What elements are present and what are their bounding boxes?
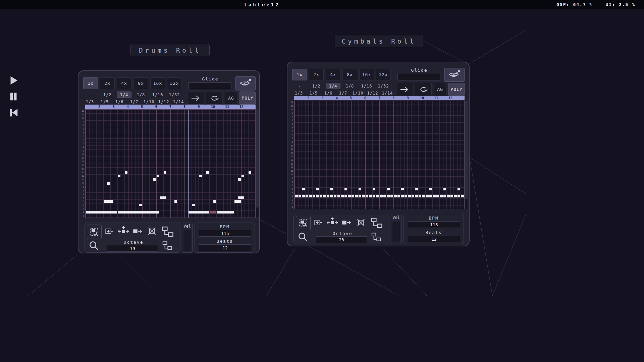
note-grid[interactable] bbox=[85, 109, 256, 218]
velocity-slider[interactable]: Vel bbox=[182, 223, 193, 253]
division-button-1/16[interactable]: 1/16 bbox=[359, 83, 374, 89]
note[interactable] bbox=[454, 195, 457, 198]
note[interactable] bbox=[107, 182, 110, 185]
note[interactable] bbox=[348, 195, 351, 198]
division-button-1/12[interactable]: 1/12 bbox=[157, 99, 170, 105]
note[interactable] bbox=[405, 195, 408, 198]
note[interactable] bbox=[436, 195, 439, 198]
drums-roll-title[interactable]: Drums Roll bbox=[130, 44, 210, 56]
note[interactable] bbox=[429, 195, 432, 198]
speed-button-1x[interactable]: 1x bbox=[83, 77, 98, 89]
velocity-slider[interactable]: Vel bbox=[391, 214, 401, 244]
speed-button-1x[interactable]: 1x bbox=[292, 69, 307, 80]
note[interactable] bbox=[189, 211, 209, 214]
route-secondary-button[interactable] bbox=[370, 232, 382, 242]
note[interactable] bbox=[199, 175, 202, 178]
division-button-1/16[interactable]: 1/16 bbox=[150, 92, 165, 98]
note[interactable] bbox=[447, 195, 450, 198]
beats-input[interactable]: 12 bbox=[408, 236, 460, 242]
note[interactable] bbox=[461, 195, 464, 198]
note[interactable] bbox=[397, 195, 400, 198]
note[interactable] bbox=[359, 195, 362, 198]
division-button-1/4[interactable]: 1/4 bbox=[326, 83, 340, 89]
drum-sound-button[interactable] bbox=[444, 68, 465, 82]
poly-button[interactable]: POLY bbox=[239, 92, 256, 105]
route-button[interactable] bbox=[370, 216, 383, 230]
octave-input[interactable]: 23 bbox=[316, 236, 367, 243]
delete-note-button[interactable] bbox=[147, 227, 157, 236]
division-button-1/8[interactable]: 1/8 bbox=[133, 92, 148, 98]
note[interactable] bbox=[309, 195, 312, 198]
beat-timeline[interactable]: 23456789101112 bbox=[85, 105, 256, 109]
pause-button[interactable] bbox=[5, 89, 22, 104]
note[interactable] bbox=[238, 178, 241, 181]
ag-button[interactable]: AG bbox=[225, 92, 237, 105]
division-button-1/7[interactable]: 1/7 bbox=[336, 90, 350, 96]
note[interactable] bbox=[433, 195, 436, 198]
speed-button-32x[interactable]: 32x bbox=[376, 69, 391, 80]
add-note-button[interactable] bbox=[313, 218, 323, 227]
speed-button-4x[interactable]: 4x bbox=[326, 69, 340, 80]
division-button-1/4[interactable]: 1/4 bbox=[117, 92, 131, 98]
division-button-1/8[interactable]: 1/8 bbox=[342, 83, 357, 89]
route-button[interactable] bbox=[161, 225, 174, 238]
note[interactable] bbox=[344, 188, 347, 190]
speed-button-2x[interactable]: 2x bbox=[100, 77, 115, 89]
division-button--[interactable]: - bbox=[83, 92, 98, 98]
division-button-1/3[interactable]: 1/3 bbox=[83, 99, 97, 105]
speed-button-8x[interactable]: 8x bbox=[133, 77, 148, 89]
note[interactable] bbox=[213, 200, 216, 203]
scrollbar-thumb[interactable] bbox=[465, 199, 468, 209]
note[interactable] bbox=[458, 188, 461, 190]
velocity-track[interactable] bbox=[392, 222, 400, 242]
note-grid[interactable] bbox=[294, 101, 465, 209]
note[interactable] bbox=[210, 211, 216, 214]
note[interactable] bbox=[241, 175, 245, 178]
note[interactable] bbox=[330, 195, 333, 198]
zoom-button[interactable] bbox=[88, 240, 100, 251]
speed-button-8x[interactable]: 8x bbox=[342, 69, 357, 80]
division-button-1/2[interactable]: 1/2 bbox=[309, 83, 324, 89]
pattern-mode-button[interactable] bbox=[87, 225, 102, 239]
note[interactable] bbox=[153, 178, 156, 181]
note[interactable] bbox=[313, 195, 316, 198]
note[interactable] bbox=[118, 175, 121, 178]
note[interactable] bbox=[355, 195, 358, 198]
note[interactable] bbox=[387, 195, 390, 198]
note[interactable] bbox=[234, 200, 241, 203]
note[interactable] bbox=[401, 195, 404, 198]
note[interactable] bbox=[359, 188, 362, 190]
note[interactable] bbox=[440, 195, 443, 198]
note[interactable] bbox=[373, 188, 376, 190]
speed-button-16x[interactable]: 16x bbox=[150, 77, 165, 89]
note[interactable] bbox=[316, 188, 319, 190]
poly-button[interactable]: POLY bbox=[448, 83, 465, 96]
speed-button-4x[interactable]: 4x bbox=[117, 77, 131, 89]
division-button-1/5[interactable]: 1/5 bbox=[307, 90, 320, 96]
add-note-button[interactable] bbox=[104, 227, 114, 236]
note[interactable] bbox=[192, 204, 195, 206]
note[interactable] bbox=[302, 188, 305, 190]
note[interactable] bbox=[426, 195, 429, 198]
division-button--[interactable]: - bbox=[292, 83, 307, 89]
note[interactable] bbox=[302, 195, 305, 198]
division-button-1/5[interactable]: 1/5 bbox=[98, 99, 111, 105]
octave-input[interactable]: 19 bbox=[107, 245, 158, 252]
velocity-track[interactable] bbox=[183, 230, 191, 251]
move-note-button[interactable] bbox=[118, 226, 129, 236]
beats-input[interactable]: 12 bbox=[199, 244, 251, 251]
note[interactable] bbox=[376, 195, 379, 198]
note[interactable] bbox=[139, 204, 142, 206]
division-button-1/2[interactable]: 1/2 bbox=[100, 92, 115, 98]
note[interactable] bbox=[443, 195, 446, 198]
note[interactable] bbox=[415, 195, 418, 198]
note[interactable] bbox=[206, 171, 209, 174]
note[interactable] bbox=[422, 195, 425, 198]
note[interactable] bbox=[104, 200, 114, 203]
cymbals-roll-title[interactable]: Cymbals Roll bbox=[335, 35, 423, 47]
note[interactable] bbox=[125, 171, 128, 174]
note[interactable] bbox=[412, 195, 415, 198]
zoom-button[interactable] bbox=[297, 232, 309, 242]
note[interactable] bbox=[164, 171, 167, 174]
note[interactable] bbox=[387, 188, 390, 190]
